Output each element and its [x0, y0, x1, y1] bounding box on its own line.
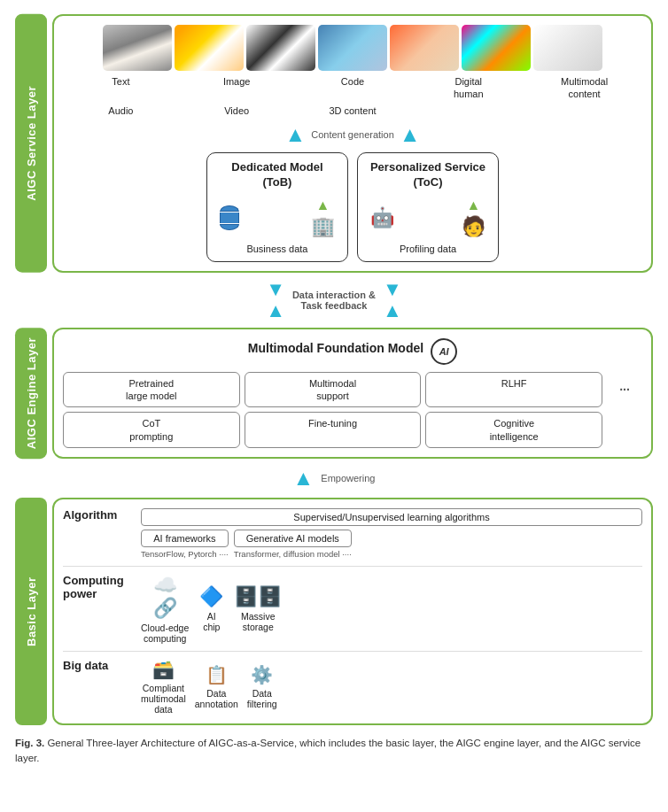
label-audio: Audio — [94, 104, 147, 117]
bigdata-section: Big data 🗃️ Compliantmultimodaldata 📋 Da… — [63, 659, 642, 715]
arrow-down-right: ▼ — [383, 280, 402, 299]
empower-label: Empowering — [321, 473, 375, 483]
engine-layer-wrapper: AIGC Engine Layer Multimodal Foundation … — [15, 328, 653, 459]
arrow-down-left: ▼ — [266, 280, 285, 299]
content-generation-row: ▲ Content generation ▲ — [63, 122, 642, 147]
label-multimodal: Multimodalcontent — [558, 75, 611, 101]
computing-section: Computingpower ☁️🔗 Cloud-edgecomputing 🔷… — [63, 574, 642, 652]
image-colorful — [462, 25, 531, 71]
engine-layer-label: AIGC Engine Layer — [15, 328, 47, 459]
engine-cell-pretrained: Pretrainedlarge model — [63, 372, 240, 408]
image-horse — [103, 25, 172, 71]
chip-item: 🔷 AIchip — [199, 585, 223, 632]
annotation-label: Dataannotation — [195, 688, 238, 709]
main-diagram: AIGC Service Layer Text Image Code Digit… — [15, 14, 653, 766]
generative-label: Generative AI models — [234, 530, 352, 547]
arrow-pair-right: ▼ ▲ — [383, 280, 402, 321]
frameworks-box: AI frameworks TensorFlow, Pytorch ···· — [141, 530, 229, 559]
engine-dots-bottom — [607, 412, 642, 448]
engine-title: Multimodal Foundation Model — [248, 341, 423, 355]
person-icon: 🧑 — [462, 215, 485, 238]
label-3d: 3D content — [326, 104, 379, 117]
dedicated-arrow-up: ▲ — [316, 197, 330, 213]
generative-box: Generative AI models Transformer, diffus… — [234, 530, 352, 559]
dedicated-data-label: Business data — [220, 244, 335, 254]
content-generation-label: Content generation — [311, 129, 394, 140]
image-robot — [390, 25, 459, 71]
engine-cell-cot: CoTprompting — [63, 412, 240, 448]
engine-cell-cognitive: Cognitiveintelligence — [425, 412, 602, 448]
personalized-arrow-up: ▲ — [467, 197, 481, 213]
multimodal-data-icon: 🗃️ — [152, 659, 175, 680]
building-icon: 🏢 — [311, 215, 335, 238]
computing-content: ☁️🔗 Cloud-edgecomputing 🔷 AIchip 🗄️🗄️ Ma… — [141, 574, 642, 644]
arrow-up-left-2: ▲ — [266, 301, 285, 321]
image-white-cat — [533, 25, 602, 71]
storage-item: 🗄️🗄️ Massivestorage — [234, 585, 282, 632]
engine-dots-top: ··· — [607, 372, 642, 408]
basic-layer-wrapper: Basic Layer Algorithm Supervised/Unsuper… — [15, 498, 653, 725]
interaction-label: Data interaction &Task feedback — [292, 290, 376, 311]
engine-cell-rlhf: RLHF — [425, 372, 602, 408]
image-dino — [318, 25, 387, 71]
filtering-label: Datafiltering — [247, 688, 277, 709]
dedicated-box: Dedicated Model(ToB) ▲ 🏢 Busi — [206, 152, 348, 262]
engine-cell-finetuning: Fine-tuning — [245, 412, 422, 448]
generative-sub: Transformer, diffusion model ···· — [234, 549, 352, 559]
basic-layer-content: Algorithm Supervised/Unsupervised learni… — [52, 498, 653, 725]
image-strip — [63, 25, 642, 71]
basic-layer-label: Basic Layer — [15, 498, 47, 725]
annotation-icon: 📋 — [206, 664, 228, 685]
interaction-row: ▼ ▲ Data interaction &Task feedback ▼ ▲ — [15, 280, 653, 321]
storage-label: Massivestorage — [241, 611, 276, 632]
robot-icon: 🤖 — [370, 206, 394, 229]
database-icon — [220, 205, 239, 230]
frameworks-sub: TensorFlow, Pytorch ···· — [141, 549, 229, 559]
label-code: Code — [326, 75, 379, 101]
fig-number: Fig. 3. — [15, 738, 44, 748]
content-labels-2: Audio Video 3D content — [63, 104, 642, 117]
cloud-item: ☁️🔗 Cloud-edgecomputing — [141, 574, 189, 644]
caption-text: General Three-layer Architecture of AIGC… — [15, 738, 641, 763]
engine-title-row: Multimodal Foundation Model AI — [63, 338, 642, 365]
engine-cell-multimodal: Multimodalsupport — [245, 372, 422, 408]
engine-layer-content: Multimodal Foundation Model AI Pretraine… — [52, 328, 653, 459]
chip-icon: 🔷 — [199, 585, 223, 608]
cloud-label: Cloud-edgecomputing — [141, 623, 189, 644]
personalized-box: Personalized Service(ToC) 🤖 ▲ 🧑 Profilin… — [357, 152, 499, 262]
image-cat — [175, 25, 244, 71]
personalized-data-label: Profiling data — [370, 244, 485, 254]
algorithm-content: Supervised/Unsupervised learning algorit… — [141, 508, 642, 559]
arrow-up-right-2: ▲ — [383, 301, 402, 321]
supervised-label: Supervised/Unsupervised learning algorit… — [141, 508, 642, 526]
label-image: Image — [210, 75, 263, 101]
label-text: Text — [94, 75, 147, 101]
bigdata-label: Big data — [63, 659, 134, 672]
arrow-pair-left: ▼ ▲ — [266, 280, 285, 321]
label-video: Video — [210, 104, 263, 117]
chip-label: AIchip — [203, 611, 220, 632]
arrow-up-left: ▲ — [284, 122, 306, 147]
computing-label: Computingpower — [63, 574, 134, 600]
empower-row: ▲ Empowering — [15, 466, 653, 491]
multimodal-data-label: Compliantmultimodaldata — [141, 683, 186, 715]
filtering-item: ⚙️ Datafiltering — [247, 664, 277, 709]
multimodal-data-item: 🗃️ Compliantmultimodaldata — [141, 659, 186, 715]
annotation-item: 📋 Dataannotation — [195, 664, 238, 709]
algorithm-label: Algorithm — [63, 508, 134, 522]
service-layer-label: AIGC Service Layer — [15, 14, 47, 273]
content-labels: Text Image Code Digitalhuman Multimodalc… — [63, 75, 642, 101]
personalized-title: Personalized Service(ToC) — [370, 160, 485, 190]
algorithm-section: Algorithm Supervised/Unsupervised learni… — [63, 508, 642, 567]
figure-caption: Fig. 3. General Three-layer Architecture… — [15, 736, 653, 767]
algo-bottom-row: AI frameworks TensorFlow, Pytorch ···· G… — [141, 530, 642, 559]
service-layer-content: Text Image Code Digitalhuman Multimodalc… — [52, 14, 653, 273]
label-digital: Digitalhuman — [442, 75, 495, 101]
dedicated-title: Dedicated Model(ToB) — [220, 160, 335, 190]
engine-grid: Pretrainedlarge model Multimodalsupport … — [63, 372, 642, 448]
storage-icon: 🗄️🗄️ — [234, 585, 282, 608]
bigdata-content: 🗃️ Compliantmultimodaldata 📋 Dataannotat… — [141, 659, 642, 715]
image-panda — [246, 25, 315, 71]
label-space1 — [442, 104, 495, 117]
cloud-icon: ☁️🔗 — [153, 574, 177, 620]
